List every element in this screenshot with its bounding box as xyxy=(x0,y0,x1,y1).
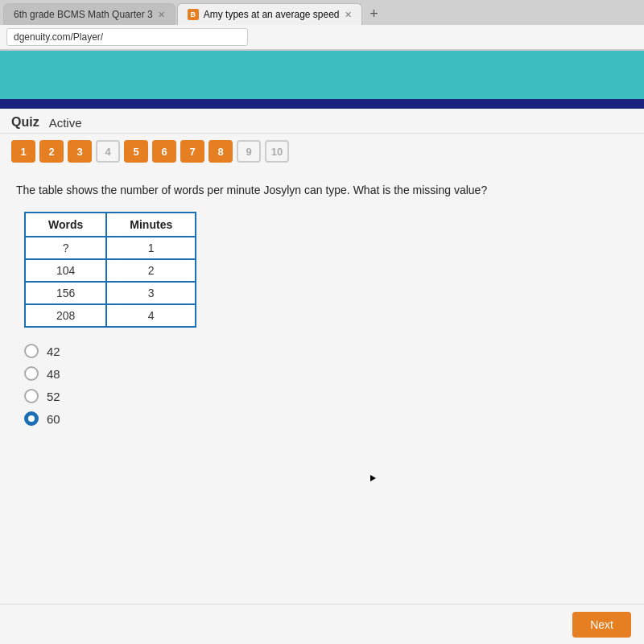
answer-options: 42485260 xyxy=(24,344,628,426)
table-row: 1563 xyxy=(25,282,196,304)
option-label-52: 52 xyxy=(47,390,60,403)
question-number-3[interactable]: 3 xyxy=(68,140,92,163)
option-item-42[interactable]: 42 xyxy=(24,344,628,358)
radio-button-52[interactable] xyxy=(24,389,39,403)
quiz-header: Quiz Active xyxy=(0,109,644,134)
tab-2[interactable]: B Amy types at an average speed ✕ xyxy=(177,3,362,25)
question-number-10: 10 xyxy=(265,140,289,163)
address-input[interactable] xyxy=(6,28,248,46)
option-item-48[interactable]: 48 xyxy=(24,366,628,381)
table-row: 1042 xyxy=(25,259,196,282)
radio-inner xyxy=(28,415,35,422)
question-number-4: 4 xyxy=(96,140,120,163)
question-number-2[interactable]: 2 xyxy=(39,140,64,163)
table-cell: 1 xyxy=(106,237,196,259)
question-number-6[interactable]: 6 xyxy=(152,140,176,163)
tab-2-icon: B xyxy=(188,9,199,20)
mouse-cursor xyxy=(370,475,376,481)
quiz-label: Quiz xyxy=(11,115,39,130)
bottom-bar: Next xyxy=(0,604,644,644)
tab-bar: 6th grade BCMS Math Quarter 3 ✕ B Amy ty… xyxy=(0,0,644,25)
tab-1[interactable]: 6th grade BCMS Math Quarter 3 ✕ xyxy=(3,3,175,25)
option-label-60: 60 xyxy=(47,412,60,426)
table-cell: 3 xyxy=(106,282,196,304)
table-header: Minutes xyxy=(106,213,196,237)
quiz-container: Quiz Active 12345678910 The table shows … xyxy=(0,109,644,604)
question-number-5[interactable]: 5 xyxy=(124,140,148,163)
question-number-9: 9 xyxy=(237,140,261,163)
table-cell: 156 xyxy=(25,282,106,304)
tab-2-label: Amy types at an average speed xyxy=(204,9,340,20)
content-area: The table shows the number of words per … xyxy=(0,169,644,604)
quiz-status: Active xyxy=(49,116,82,130)
table-row: 2084 xyxy=(25,304,196,327)
tab-1-label: 6th grade BCMS Math Quarter 3 xyxy=(14,9,153,20)
table-cell: 104 xyxy=(25,259,106,282)
table-cell: ? xyxy=(25,237,106,259)
tab-1-close[interactable]: ✕ xyxy=(158,10,165,20)
teal-banner xyxy=(0,51,644,99)
question-text: The table shows the number of words per … xyxy=(16,182,628,199)
dark-nav-bar xyxy=(0,99,644,109)
option-item-52[interactable]: 52 xyxy=(24,389,628,403)
radio-button-60[interactable] xyxy=(24,411,39,426)
radio-button-48[interactable] xyxy=(24,366,39,381)
question-numbers: 12345678910 xyxy=(0,134,644,169)
table-cell: 4 xyxy=(106,304,196,327)
address-bar xyxy=(0,25,644,50)
option-label-42: 42 xyxy=(47,345,60,358)
question-number-8[interactable]: 8 xyxy=(208,140,233,163)
radio-button-42[interactable] xyxy=(24,344,39,358)
option-item-60[interactable]: 60 xyxy=(24,411,628,426)
browser-chrome: 6th grade BCMS Math Quarter 3 ✕ B Amy ty… xyxy=(0,0,644,51)
words-minutes-table: WordsMinutes?1104215632084 xyxy=(24,212,196,328)
table-header: Words xyxy=(25,213,106,237)
new-tab-button[interactable]: + xyxy=(364,4,385,25)
tab-2-close[interactable]: ✕ xyxy=(345,10,352,20)
table-cell: 2 xyxy=(106,259,196,282)
question-number-1[interactable]: 1 xyxy=(11,140,35,163)
next-button[interactable]: Next xyxy=(572,612,631,638)
table-row: ?1 xyxy=(25,237,196,259)
table-cell: 208 xyxy=(25,304,106,327)
question-number-7[interactable]: 7 xyxy=(180,140,204,163)
option-label-48: 48 xyxy=(47,367,60,381)
